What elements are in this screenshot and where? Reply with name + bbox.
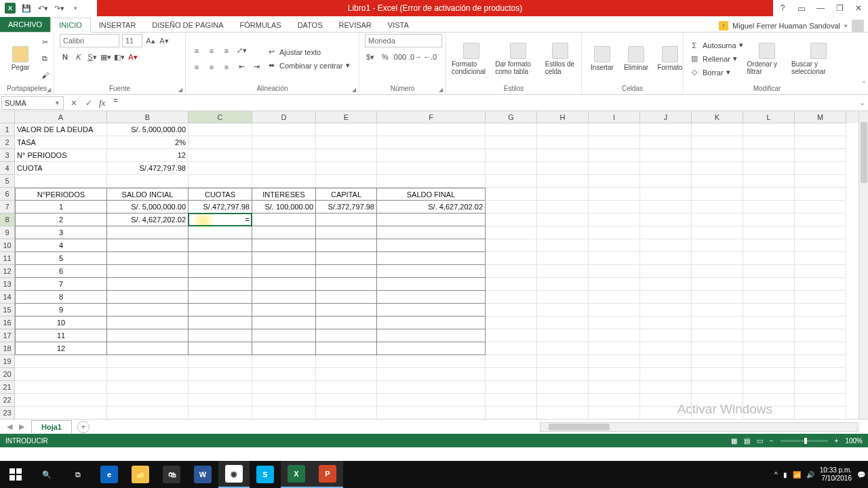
cell[interactable] — [589, 407, 640, 419]
cell[interactable] — [486, 329, 537, 342]
tab-formulas[interactable]: FÓRMULAS — [232, 18, 290, 32]
cell[interactable] — [692, 226, 743, 239]
cell[interactable] — [107, 381, 189, 394]
qat-customize-icon[interactable]: ▾ — [68, 1, 83, 15]
cell[interactable] — [589, 342, 640, 355]
cell[interactable] — [107, 407, 189, 419]
fill-color-icon[interactable]: ◧▾ — [114, 52, 125, 62]
align-right-icon[interactable]: ≡ — [221, 62, 232, 73]
cell[interactable] — [486, 265, 537, 278]
cell[interactable] — [377, 304, 486, 317]
align-middle-icon[interactable]: ≡ — [206, 45, 217, 56]
buscar-seleccionar-button[interactable]: Buscar y seleccionar — [791, 43, 845, 75]
cell[interactable] — [316, 342, 377, 355]
cell[interactable] — [15, 407, 107, 419]
cell[interactable] — [252, 239, 316, 252]
cell[interactable]: 1 — [15, 201, 107, 214]
cell[interactable] — [537, 188, 589, 201]
format-painter-icon[interactable]: 🖌 — [39, 70, 50, 81]
row-header[interactable]: 3 — [0, 149, 15, 162]
excel-taskbar-icon[interactable]: X — [281, 461, 312, 488]
tab-datos[interactable]: DATOS — [290, 18, 331, 32]
cell[interactable] — [692, 252, 743, 265]
cell[interactable] — [795, 175, 846, 188]
cell[interactable]: 4 — [15, 239, 107, 252]
cell[interactable] — [537, 355, 589, 368]
ribbon-options-icon[interactable]: ▭ — [792, 1, 811, 15]
cell[interactable] — [640, 342, 692, 355]
clock[interactable]: 10:33 p.m.7/10/2016 — [820, 466, 852, 483]
cell[interactable] — [743, 188, 795, 201]
tab-inicio[interactable]: INICIO — [50, 18, 91, 33]
cell[interactable] — [795, 265, 846, 278]
cell[interactable] — [692, 368, 743, 381]
cell[interactable] — [486, 201, 537, 214]
undo-icon[interactable]: ↶▾ — [35, 1, 50, 15]
zoom-level[interactable]: 100% — [845, 437, 863, 445]
cell[interactable] — [189, 175, 252, 188]
cell[interactable] — [377, 175, 486, 188]
row-header[interactable]: 20 — [0, 368, 15, 381]
cell[interactable] — [589, 201, 640, 214]
cell[interactable] — [252, 407, 316, 419]
cell[interactable] — [692, 175, 743, 188]
cell[interactable] — [15, 175, 107, 188]
cell[interactable] — [189, 123, 252, 136]
cell[interactable]: S/.472,797.98 — [189, 201, 252, 214]
row-header[interactable]: 16 — [0, 317, 15, 329]
cell[interactable] — [537, 201, 589, 214]
cell[interactable] — [377, 291, 486, 304]
cell[interactable] — [377, 265, 486, 278]
row-header[interactable]: 4 — [0, 162, 15, 175]
cell[interactable] — [589, 188, 640, 201]
row-header[interactable]: 19 — [0, 355, 15, 368]
cell[interactable]: 12 — [15, 342, 107, 355]
cell[interactable] — [252, 317, 316, 329]
cell[interactable] — [692, 123, 743, 136]
cell[interactable] — [252, 149, 316, 162]
cell[interactable] — [795, 149, 846, 162]
row-header[interactable]: 9 — [0, 226, 15, 239]
cell[interactable] — [189, 355, 252, 368]
cell[interactable] — [486, 162, 537, 175]
cell[interactable] — [692, 329, 743, 342]
cell[interactable] — [795, 252, 846, 265]
cell[interactable] — [589, 304, 640, 317]
cell[interactable] — [486, 149, 537, 162]
indent-decrease-icon[interactable]: ⇤ — [236, 62, 247, 73]
zoom-out-icon[interactable]: − — [770, 437, 774, 445]
tray-chevron-icon[interactable]: ^ — [774, 471, 778, 479]
col-header[interactable]: L — [743, 111, 795, 123]
cell[interactable] — [189, 162, 252, 175]
tab-diseno-pagina[interactable]: DISEÑO DE PÁGINA — [144, 18, 231, 32]
minimize-icon[interactable]: — — [811, 1, 830, 15]
cell[interactable] — [252, 123, 316, 136]
collapse-ribbon-icon[interactable]: ˆ — [863, 81, 865, 90]
cell[interactable] — [252, 252, 316, 265]
cell[interactable] — [15, 368, 107, 381]
cell[interactable] — [189, 239, 252, 252]
inc-decimal-icon[interactable]: .0→ — [410, 52, 420, 62]
cell[interactable] — [589, 149, 640, 162]
tab-insertar[interactable]: INSERTAR — [91, 18, 144, 32]
cell[interactable] — [537, 291, 589, 304]
cell[interactable] — [316, 381, 377, 394]
insertar-button[interactable]: Insertar — [587, 46, 617, 71]
cell[interactable] — [640, 201, 692, 214]
cell[interactable] — [107, 226, 189, 239]
cell[interactable] — [640, 149, 692, 162]
cell[interactable] — [795, 368, 846, 381]
cell[interactable] — [316, 175, 377, 188]
word-icon[interactable]: W — [187, 461, 218, 488]
cell[interactable] — [377, 329, 486, 342]
cell[interactable] — [640, 123, 692, 136]
cell[interactable] — [743, 368, 795, 381]
cell[interactable]: 9 — [15, 304, 107, 317]
shrink-font-icon[interactable]: A▾ — [159, 35, 170, 46]
cell[interactable] — [252, 355, 316, 368]
cell[interactable]: 10 — [15, 317, 107, 329]
cell[interactable] — [107, 175, 189, 188]
cell[interactable] — [692, 381, 743, 394]
cell[interactable] — [189, 368, 252, 381]
cell[interactable]: CUOTAS — [189, 188, 252, 201]
